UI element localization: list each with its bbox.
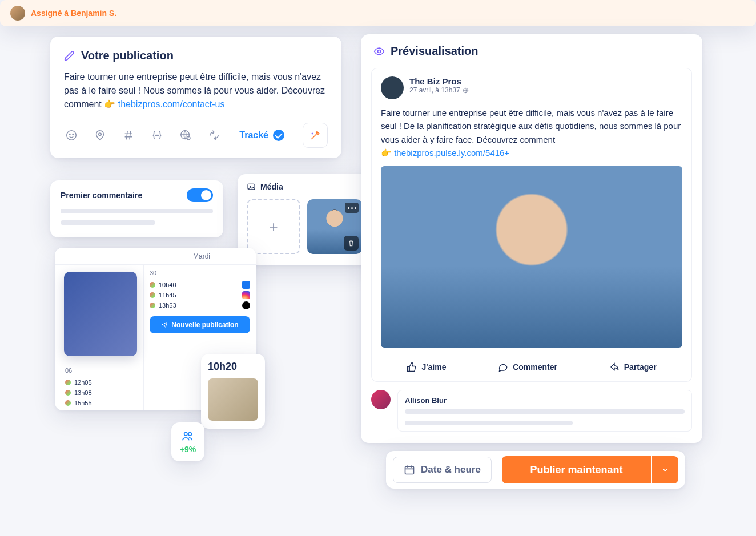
preview-card: Prévisualisation The Biz Pros 27 avril, … xyxy=(361,34,702,443)
instagram-icon xyxy=(242,291,250,299)
account-avatar[interactable] xyxy=(64,272,137,356)
like-label: J'aime xyxy=(421,362,446,372)
facebook-icon xyxy=(242,281,250,289)
svg-point-1 xyxy=(70,134,70,134)
check-icon xyxy=(273,130,284,141)
like-button[interactable]: J'aime xyxy=(407,362,446,372)
event-time: 13h08 xyxy=(74,389,92,396)
post-body: Faire tourner une entreprise peut être d… xyxy=(381,106,682,159)
svg-point-11 xyxy=(378,50,381,53)
assigned-pill[interactable]: Assigné à Benjamin S. xyxy=(0,0,756,26)
calendar-event[interactable]: 11h45 xyxy=(150,290,250,300)
time-preview-card[interactable]: 10h20 xyxy=(201,354,265,429)
composer-title: Votre publication xyxy=(81,49,174,62)
media-thumbnail[interactable] xyxy=(307,199,362,254)
growth-value: +9% xyxy=(180,445,196,454)
pencil-icon xyxy=(64,50,75,62)
globe-icon xyxy=(463,87,469,94)
first-comment-card: Premier commentaire xyxy=(50,180,223,237)
calendar-icon xyxy=(404,464,415,475)
svg-rect-13 xyxy=(405,466,414,474)
tracked-label: Tracké xyxy=(239,130,268,140)
calendar-day-header: Mardi xyxy=(55,248,256,265)
comment-button[interactable]: Commenter xyxy=(498,362,557,372)
day-number: 30 xyxy=(150,269,250,276)
author-name[interactable]: The Biz Pros xyxy=(409,76,469,86)
post-preview: The Biz Pros 27 avril, à 13h37 Faire tou… xyxy=(371,68,692,382)
commenter-name: Allison Blur xyxy=(405,396,685,405)
author-avatar[interactable] xyxy=(381,76,404,99)
event-time: 13h53 xyxy=(159,302,176,309)
event-time: 11h45 xyxy=(159,292,176,299)
publish-dropdown-button[interactable] xyxy=(651,456,678,483)
commenter-avatar[interactable] xyxy=(371,390,391,409)
svg-point-4 xyxy=(156,135,156,135)
day-label: Mardi xyxy=(193,252,210,260)
time-label: 10h20 xyxy=(208,361,258,373)
comment-row: Allison Blur xyxy=(371,390,692,432)
calendar-event[interactable]: 10h40 xyxy=(150,280,250,290)
new-publication-button[interactable]: Nouvelle publication xyxy=(150,316,250,333)
event-time: 10h40 xyxy=(159,281,176,288)
share-label: Partager xyxy=(624,362,657,372)
first-comment-label: Premier commentaire xyxy=(61,191,142,200)
svg-point-6 xyxy=(158,135,158,135)
assignee-avatar xyxy=(10,6,25,21)
variables-icon[interactable] xyxy=(150,128,164,143)
first-comment-toggle[interactable] xyxy=(187,188,213,202)
globe-icon[interactable] xyxy=(178,128,193,143)
comment-input[interactable]: Allison Blur xyxy=(397,390,692,432)
svg-point-3 xyxy=(99,133,102,136)
composer-card: Votre publication Faire tourner une entr… xyxy=(50,37,341,158)
date-time-button[interactable]: Date & heure xyxy=(393,457,492,483)
svg-point-0 xyxy=(67,131,77,140)
eye-icon xyxy=(373,46,385,57)
placeholder-line xyxy=(61,209,213,213)
location-icon[interactable] xyxy=(93,128,107,143)
preview-header: Prévisualisation xyxy=(361,34,702,66)
svg-point-2 xyxy=(73,134,73,134)
delete-icon[interactable] xyxy=(344,236,359,251)
comment-label: Commenter xyxy=(513,362,557,372)
placeholder-line xyxy=(405,409,685,414)
composer-header: Votre publication xyxy=(64,49,328,62)
more-icon[interactable] xyxy=(345,203,359,213)
composer-link[interactable]: thebizpros.com/contact-us xyxy=(118,99,225,109)
date-label: Date & heure xyxy=(421,464,481,475)
post-image[interactable] xyxy=(381,166,682,348)
share-button[interactable]: Partager xyxy=(609,362,657,372)
chevron-down-icon xyxy=(661,465,670,474)
translate-icon[interactable] xyxy=(207,128,222,143)
composer-toolbar: Tracké xyxy=(64,123,328,148)
hashtag-icon[interactable] xyxy=(121,128,136,143)
post-text: Faire tourner une entreprise peut être d… xyxy=(381,108,681,144)
event-time: 15h55 xyxy=(74,400,92,406)
composer-textarea[interactable]: Faire tourner une entreprise peut être d… xyxy=(64,70,328,111)
pointing-emoji: 👉 xyxy=(381,148,392,158)
image-icon xyxy=(247,182,256,191)
tiktok-icon xyxy=(242,301,250,309)
audience-growth-badge[interactable]: +9% xyxy=(171,422,204,461)
emoji-icon[interactable] xyxy=(64,128,79,143)
event-time: 12h05 xyxy=(74,379,92,386)
post-link[interactable]: thebizpros.pulse.ly.com/5416+ xyxy=(394,148,509,158)
media-title: Média xyxy=(260,182,283,191)
publish-now-button[interactable]: Publier maintenant xyxy=(502,456,651,483)
publish-bar: Date & heure Publier maintenant xyxy=(386,451,685,489)
preview-title: Prévisualisation xyxy=(391,45,478,58)
placeholder-line xyxy=(405,421,573,425)
assigned-label: Assigné à Benjamin S. xyxy=(31,9,116,18)
svg-point-5 xyxy=(156,135,157,135)
publish-label: Publier maintenant xyxy=(530,464,622,475)
calendar-event[interactable]: 13h53 xyxy=(150,300,250,311)
preview-thumb xyxy=(208,378,258,421)
post-timestamp: 27 avril, à 13h37 xyxy=(409,86,460,94)
tracked-indicator[interactable]: Tracké xyxy=(239,130,284,141)
media-card: Média + xyxy=(238,174,371,265)
placeholder-line xyxy=(61,220,155,225)
add-media-button[interactable]: + xyxy=(247,199,300,254)
ai-magic-button[interactable] xyxy=(303,123,328,148)
pointing-emoji: 👉 xyxy=(104,99,115,109)
new-pub-label: Nouvelle publication xyxy=(171,321,238,329)
people-icon xyxy=(182,430,194,442)
